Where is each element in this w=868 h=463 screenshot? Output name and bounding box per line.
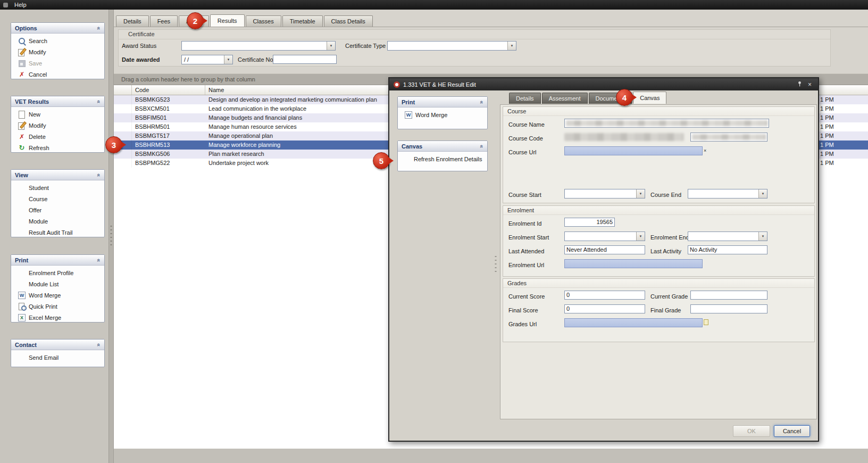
dialog-splitter[interactable] [494,93,498,436]
close-icon[interactable]: × [806,81,814,88]
course-name-field[interactable] [564,119,769,128]
current-score-field[interactable]: 0 [564,291,645,300]
panel-options-header[interactable]: Options « [11,23,104,34]
spacer-icon [18,280,26,288]
panel-title: View [15,172,97,178]
sidebar-item-result-audit-trail[interactable]: Result Audit Trail [11,227,104,238]
dialog-panel-canvas: Canvas « Refresh Enrolment Details [397,140,488,171]
sidebar-item-search[interactable]: Search [11,35,104,46]
enrolment-id-field[interactable]: 19565 [564,218,615,227]
dropdown-arrow-icon[interactable]: ▼ [758,189,767,198]
tab-details[interactable]: Details [116,15,149,27]
sidebar-item-refresh[interactable]: ↻ Refresh [11,142,104,153]
panel-print-header[interactable]: Print « [11,255,104,266]
sidebar-item-save[interactable]: Save [11,57,104,69]
last-activity-field[interactable]: No Activity [688,245,767,254]
enrolment-url-field[interactable] [564,259,703,268]
document-icon[interactable] [704,319,708,325]
collapse-chevron-icon[interactable]: « [479,100,485,103]
final-grade-field[interactable] [690,304,767,313]
collapse-chevron-icon[interactable]: « [96,343,102,346]
sidebar-item-cancel[interactable]: ✗ Cancel [11,69,104,80]
sidebar-item-offer[interactable]: Offer [11,204,104,216]
search-icon [18,37,26,45]
course-url-field[interactable] [564,146,703,155]
enrolment-end-combo[interactable]: ▼ [688,232,767,241]
sidebar-item-module-list[interactable]: Module List [11,278,104,290]
tab-timetable[interactable]: Timetable [282,15,323,27]
dialog-tab-details[interactable]: Details [509,93,541,104]
excel-icon: X [18,314,26,321]
collapse-chevron-icon[interactable]: « [479,144,485,147]
dropdown-arrow-icon[interactable]: ▼ [758,232,767,241]
course-start-label: Course Start [508,191,541,200]
sidebar-item-enrolment-profile[interactable]: Enrolment Profile [11,267,104,278]
panel-view-header[interactable]: View « [11,170,104,180]
sidebar-item-modify[interactable]: Modify [11,46,104,57]
new-page-icon [18,111,26,118]
tab-classes[interactable]: Classes [246,15,281,27]
course-code-field[interactable] [690,133,767,142]
dialog-item-refresh-enrolment-details[interactable]: Refresh Enrolment Details [398,153,487,164]
award-status-combo[interactable]: ▼ [181,41,336,51]
dropdown-arrow-icon[interactable]: ▼ [636,189,645,198]
sidebar-item-quick-print[interactable]: Quick Print [11,301,104,312]
dropdown-arrow-icon[interactable]: ▼ [507,42,516,50]
course-start-combo[interactable]: ▼ [564,189,645,199]
sidebar-item-new[interactable]: New [11,109,104,120]
panel-vet-results-header[interactable]: VET Results « [11,96,104,107]
last-attended-field[interactable]: Never Attended [564,245,645,254]
certificate-no-field[interactable] [273,55,337,64]
course-end-combo[interactable]: ▼ [688,189,767,199]
last-attended-label: Last Attended [508,247,544,256]
enrolment-start-combo[interactable]: ▼ [564,232,645,241]
sidebar-item-student[interactable]: Student [11,182,104,193]
dialog-tab-canvas[interactable]: Canvas [633,92,666,104]
sidebar-item-excel-merge[interactable]: X Excel Merge [11,312,104,323]
dialog-panel-canvas-header[interactable]: Canvas « [398,141,487,152]
certificate-type-combo[interactable]: ▼ [387,41,516,51]
sidebar-item-word-merge[interactable]: W Word Merge [11,290,104,301]
dropdown-arrow-icon[interactable]: ▼ [636,232,645,241]
menu-help[interactable]: Help [12,2,29,8]
panel-contact-header[interactable]: Contact « [11,340,104,350]
dialog-tab-assessment[interactable]: Assessment [542,93,588,104]
row-code: BSBMKG523 [132,95,205,104]
collapse-chevron-icon[interactable]: « [96,26,102,29]
grades-url-field[interactable] [564,318,703,327]
sidebar-item-send-email[interactable]: Send Email [11,352,104,363]
dialog-titlebar[interactable]: 1.331 VET & HE Result Edit × [389,78,818,90]
word-icon: W [18,292,26,299]
current-grade-field[interactable] [690,291,767,300]
dialog-item-word-merge[interactable]: W Word Merge [398,109,487,120]
enrolment-id-label: Enrolment Id [508,219,541,228]
course-group-title: Course [503,107,814,116]
item-label: Send Email [29,354,59,361]
collapse-chevron-icon[interactable]: « [96,258,102,261]
sidebar-splitter[interactable] [108,10,114,463]
tab-class-details[interactable]: Class Details [324,15,373,27]
pin-icon[interactable] [797,81,803,88]
sidebar-item-module[interactable]: Module [11,216,104,227]
tab-fees[interactable]: Fees [150,15,178,27]
certificate-groupbox: Certificate Award Status ▼ Certificate T… [118,29,831,67]
dropdown-arrow-icon[interactable]: ▼ [327,42,335,50]
date-awarded-combo[interactable]: / / ▼ [181,55,233,64]
sidebar-item-course[interactable]: Course [11,193,104,204]
dialog-panel-print-header[interactable]: Print « [398,97,487,108]
collapse-chevron-icon[interactable]: « [96,173,102,176]
code-column-header[interactable]: Code [132,85,205,95]
sidebar-item-delete[interactable]: ✗ Delete [11,131,104,142]
dropdown-arrow-icon[interactable]: ▼ [224,55,232,64]
ok-button[interactable]: OK [733,425,770,437]
redacted-text [566,120,767,126]
cancel-button[interactable]: Cancel [774,425,810,437]
final-score-field[interactable]: 0 [564,304,645,313]
collapse-chevron-icon[interactable]: « [96,100,102,103]
enrolment-start-label: Enrolment Start [508,233,549,242]
row-indicator [114,104,132,113]
sidebar-item-modify-result[interactable]: Modify [11,120,104,131]
dialog-tabstrip: Details Assessment Documents Canvas [509,93,666,104]
clear-icon[interactable]: × [704,148,706,153]
tab-results[interactable]: Results [210,14,245,27]
